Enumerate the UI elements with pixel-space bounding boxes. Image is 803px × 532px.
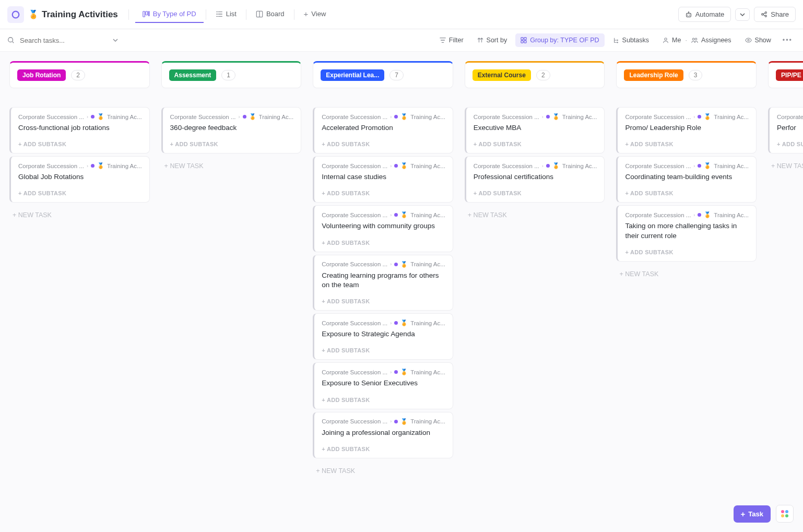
automate-dropdown[interactable] (735, 8, 750, 21)
tab-label: Board (266, 10, 285, 18)
crumb-parent: Corporate Succession ... (625, 163, 691, 169)
search-input[interactable] (19, 36, 109, 45)
tab-board[interactable]: Board (249, 6, 292, 23)
add-subtask-button[interactable]: + ADD SUBTASK (625, 141, 749, 147)
add-subtask-button[interactable]: + ADD SUBTASK (625, 190, 749, 196)
add-subtask-button[interactable]: + ADD SUBTASK (322, 190, 445, 196)
filter-icon (440, 37, 446, 43)
card-title: Exposure to Strategic Agenda (322, 329, 445, 339)
add-subtask-button[interactable]: + ADD SUBTASK (322, 141, 445, 147)
share-label: Share (771, 10, 789, 18)
column-header[interactable]: Leadership Role3 (616, 61, 757, 88)
add-subtask-button[interactable]: + ADD SUBTASK (18, 141, 142, 147)
add-subtask-button[interactable]: + ADD SUBTASK (474, 190, 597, 196)
page-title: 🏅 Training Activities (28, 9, 118, 20)
search-box[interactable] (7, 36, 118, 45)
status-dot-icon (546, 164, 550, 168)
column-header[interactable]: Assessment1 (161, 61, 302, 88)
new-task-button[interactable]: + NEW TASK (616, 264, 757, 284)
new-task-button[interactable]: + NEW TASK (465, 205, 605, 225)
task-card[interactable]: Corporate Succession ...›🏅Training Ac...… (616, 205, 757, 261)
chevron-down-icon[interactable] (113, 38, 118, 43)
task-card[interactable]: Corporate Succession ...›🏅Training Ac...… (768, 107, 803, 153)
status-dot-icon (394, 213, 398, 217)
filter-button[interactable]: Filter (434, 33, 469, 47)
group-label: Group by: TYPE OF PD (530, 37, 599, 44)
column-header[interactable]: External Course2 (465, 61, 605, 88)
status-dot-icon (698, 164, 701, 168)
task-card[interactable]: Corporate Succession ...›🏅Training Ac...… (465, 156, 605, 203)
card-title: Internal case studies (322, 172, 445, 182)
automate-button[interactable]: Automate (678, 7, 731, 22)
app-icon[interactable] (7, 6, 24, 23)
add-subtask-button[interactable]: + ADD SUBTASK (322, 397, 445, 403)
task-card[interactable]: Corporate Succession ...›🏅Training Ac...… (616, 156, 757, 203)
ellipsis-icon: ••• (783, 37, 793, 44)
chevron-down-icon (740, 12, 745, 17)
add-subtask-button[interactable]: + ADD SUBTASK (170, 141, 294, 147)
task-card[interactable]: Corporate Succession ...›🏅Training Ac...… (313, 156, 453, 203)
svg-rect-3 (148, 11, 149, 16)
add-subtask-button[interactable]: + ADD SUBTASK (474, 141, 597, 147)
column-job-rotation: Job Rotation2Corporate Succession ...›🏅T… (9, 61, 150, 490)
add-subtask-button[interactable]: + ADD SUBTASK (18, 190, 142, 196)
card-title: Volunteering with community groups (322, 221, 445, 231)
svg-rect-2 (146, 11, 148, 15)
show-button[interactable]: Show (740, 33, 776, 47)
add-subtask-button[interactable]: + ADD SUBTASK (322, 446, 445, 452)
task-card[interactable]: Corporate Succession ...›🏅Training Ac...… (313, 107, 453, 153)
more-button[interactable]: ••• (780, 33, 796, 47)
sort-button[interactable]: Sort by (472, 33, 513, 47)
new-task-button[interactable]: + NEW TASK (313, 461, 453, 481)
card-breadcrumb: Corporate Succession ...›🏅Training Ac... (322, 369, 445, 375)
task-card[interactable]: Corporate Succession ...›🏅Training Ac...… (313, 255, 453, 311)
svg-rect-19 (524, 38, 526, 40)
task-card[interactable]: Corporate Succession ...›🏅Training Ac...… (313, 205, 453, 252)
board-scroll[interactable]: Job Rotation2Corporate Succession ...›🏅T… (0, 52, 803, 532)
task-card[interactable]: Corporate Succession ...›🏅Training Ac...… (465, 107, 605, 153)
task-card[interactable]: Corporate Succession ...›🏅Training Ac...… (313, 313, 453, 360)
tab-list[interactable]: List (208, 6, 244, 23)
add-subtask-button[interactable]: + ADD SUBTASK (322, 298, 445, 304)
add-subtask-button[interactable]: + ADD SUBTASK (625, 249, 749, 255)
add-subtask-button[interactable]: + ADD SUBTASK (322, 240, 445, 246)
crumb-list: Training Ac... (714, 114, 749, 120)
column-header[interactable]: PIP/PE (768, 61, 803, 88)
column-header[interactable]: Experiential Lea...7 (313, 61, 453, 88)
column-count: 2 (71, 70, 85, 80)
apps-fab[interactable] (776, 505, 794, 523)
column-label: Job Rotation (17, 69, 66, 81)
task-card[interactable]: Corporate Succession ...›🏅Training Ac...… (9, 107, 150, 153)
task-card[interactable]: Corporate Succession ...›🏅Training Ac...… (313, 362, 453, 409)
me-assignees-button[interactable]: Me · Assignees (657, 33, 737, 47)
new-task-fab[interactable]: + Task (734, 505, 771, 523)
crumb-list: Training Ac... (107, 163, 142, 169)
new-task-button[interactable]: + NEW TASK (161, 156, 302, 176)
task-card[interactable]: Corporate Succession ...›🏅Training Ac...… (313, 412, 453, 458)
tab-add-view[interactable]: + View (297, 5, 334, 23)
share-button[interactable]: Share (754, 7, 796, 22)
svg-line-15 (763, 15, 765, 16)
crumb-list: Training Ac... (714, 163, 749, 169)
subtasks-button[interactable]: Subtasks (608, 33, 654, 47)
add-subtask-button[interactable]: + ADD SUBTASK (777, 141, 803, 147)
task-card[interactable]: Corporate Succession ...›🏅Training Ac...… (616, 107, 757, 153)
tab-by-type-of-pd[interactable]: By Type of PD (135, 6, 204, 23)
task-card[interactable]: Corporate Succession ...›🏅Training Ac...… (161, 107, 302, 153)
header-bar: 🏅 Training Activities By Type of PD List… (0, 0, 803, 29)
medal-icon: 🏅 (400, 261, 408, 268)
task-card[interactable]: Corporate Succession ...›🏅Training Ac...… (9, 156, 150, 203)
group-by-button[interactable]: Group by: TYPE OF PD (515, 33, 604, 47)
status-dot-icon (394, 263, 398, 266)
new-task-button[interactable]: + NEW TASK (768, 156, 803, 176)
card-title: Exposure to Senior Executives (322, 379, 445, 388)
assignees-label: Assignees (701, 37, 731, 44)
svg-point-24 (665, 38, 667, 40)
new-task-button[interactable]: + NEW TASK (9, 205, 150, 225)
column-header[interactable]: Job Rotation2 (9, 61, 150, 88)
crumb-parent: Corporate Succession ... (474, 114, 539, 120)
crumb-list: Training Ac... (410, 163, 445, 169)
card-title: Coordinating team-building events (625, 172, 749, 182)
svg-point-22 (617, 40, 618, 41)
add-subtask-button[interactable]: + ADD SUBTASK (322, 347, 445, 353)
